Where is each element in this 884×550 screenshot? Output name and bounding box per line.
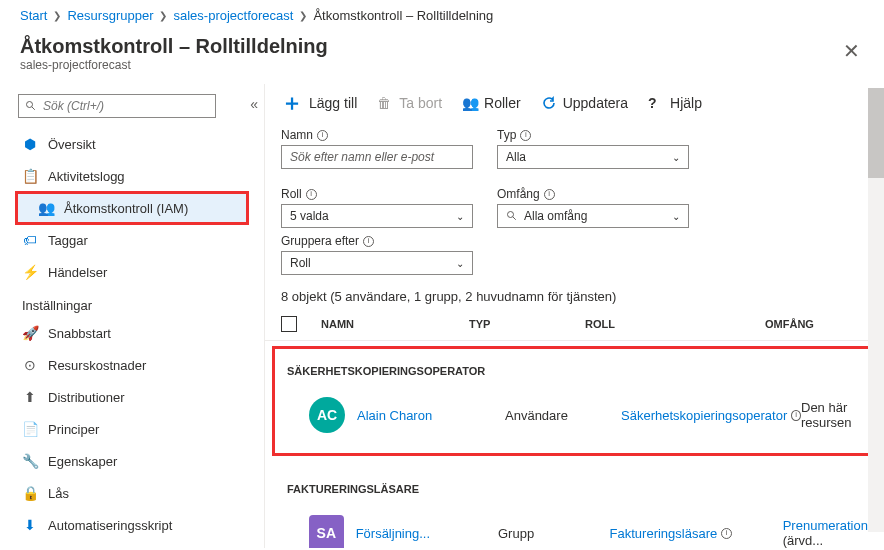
chevron-right-icon: ❯ — [299, 10, 307, 21]
sidebar-item-label: Översikt — [48, 137, 96, 152]
refresh-button[interactable]: Uppdatera — [541, 95, 628, 111]
trash-icon: 🗑 — [377, 95, 393, 111]
avatar: SA — [309, 515, 344, 548]
sidebar-item-label: Snabbstart — [48, 326, 111, 341]
breadcrumb-link[interactable]: Resursgrupper — [67, 8, 153, 23]
group-backup-operator: SÄKERHETSKOPIERINGSOPERATOR AC Alain Cha… — [275, 349, 874, 453]
info-icon[interactable]: i — [306, 189, 317, 200]
sidebar-item-label: Egenskaper — [48, 454, 117, 469]
money-icon: ⊙ — [22, 357, 38, 373]
info-icon[interactable]: i — [317, 130, 328, 141]
role-link[interactable]: Faktureringsläsarei — [610, 526, 783, 541]
deploy-icon: ⬆ — [22, 389, 38, 405]
svg-point-0 — [27, 102, 33, 108]
page-header: Åtkomstkontroll – Rolltilldelning sales-… — [0, 31, 884, 84]
table-row[interactable]: AC Alain Charon Användare Säkerhetskopie… — [281, 391, 868, 439]
info-icon[interactable]: i — [721, 528, 732, 539]
breadcrumb-link[interactable]: Start — [20, 8, 47, 23]
sidebar-section-settings: Inställningar — [0, 288, 264, 317]
chevron-down-icon: ⌄ — [672, 152, 680, 163]
svg-line-1 — [32, 107, 35, 110]
sidebar-item-quickstart[interactable]: 🚀 Snabbstart — [0, 317, 264, 349]
groupby-value: Roll — [290, 256, 311, 270]
table-header: NAMN TYP ROLL OMFÅNG — [265, 308, 884, 341]
flash-icon: ⚡ — [22, 264, 38, 280]
info-icon[interactable]: i — [363, 236, 374, 247]
rocket-icon: 🚀 — [22, 325, 38, 341]
user-name-link[interactable]: Alain Charon — [357, 408, 432, 423]
groupby-select[interactable]: Roll ⌄ — [281, 251, 473, 275]
refresh-icon — [541, 95, 557, 111]
type-filter-select[interactable]: Alla ⌄ — [497, 145, 689, 169]
chevron-right-icon: ❯ — [159, 10, 167, 21]
role-link[interactable]: Säkerhetskopieringsoperatori — [621, 408, 801, 423]
summary-text: 8 objekt (5 användare, 1 grupp, 2 huvudn… — [265, 275, 884, 308]
breadcrumb-current: Åtkomstkontroll – Rolltilldelning — [313, 8, 493, 23]
sidebar-item-iam[interactable]: 👥 Åtkomstkontroll (IAM) — [16, 192, 248, 224]
sidebar-item-costs[interactable]: ⊙ Resurskostnader — [0, 349, 264, 381]
sidebar-item-label: Principer — [48, 422, 99, 437]
sidebar-item-label: Aktivitetslogg — [48, 169, 125, 184]
chevron-down-icon: ⌄ — [672, 211, 680, 222]
sidebar-item-label: Resurskostnader — [48, 358, 146, 373]
info-icon[interactable]: i — [791, 410, 801, 421]
sidebar-item-policies[interactable]: 📄 Principer — [0, 413, 264, 445]
scope-filter-value: Alla omfång — [524, 209, 587, 223]
table-row[interactable]: SA Försäljning... Grupp Faktureringsläsa… — [281, 509, 868, 548]
name-filter-input[interactable] — [281, 145, 473, 169]
sidebar-item-overview[interactable]: ⬢ Översikt — [0, 128, 264, 160]
scope-text: Den här resursen — [801, 400, 852, 430]
svg-line-3 — [513, 217, 516, 220]
col-header-type[interactable]: TYP — [469, 318, 585, 330]
col-header-name[interactable]: NAMN — [321, 318, 469, 330]
sidebar-item-automation[interactable]: ⬇ Automatiseringsskript — [0, 509, 264, 541]
help-icon: ? — [648, 95, 664, 111]
help-button[interactable]: ? Hjälp — [648, 95, 702, 111]
sidebar-item-activitylog[interactable]: 📋 Aktivitetslogg — [0, 160, 264, 192]
toolbar: ＋ Lägg till 🗑 Ta bort 👥 Roller Uppdatera… — [265, 92, 884, 128]
policy-icon: 📄 — [22, 421, 38, 437]
sidebar-item-tags[interactable]: 🏷 Taggar — [0, 224, 264, 256]
info-icon[interactable]: i — [544, 189, 555, 200]
breadcrumb-link[interactable]: sales-projectforecast — [173, 8, 293, 23]
sidebar-item-events[interactable]: ⚡ Händelser — [0, 256, 264, 288]
sidebar-item-deployments[interactable]: ⬆ Distributioner — [0, 381, 264, 413]
props-icon: 🔧 — [22, 453, 38, 469]
col-header-scope[interactable]: OMFÅNG — [765, 318, 868, 330]
roles-button[interactable]: 👥 Roller — [462, 95, 521, 111]
tag-icon: 🏷 — [22, 232, 38, 248]
sidebar-search-input[interactable] — [43, 99, 209, 113]
sidebar: « ⬢ Översikt 📋 Aktivitetslogg 👥 Åtkomstk… — [0, 84, 265, 548]
select-all-checkbox[interactable] — [281, 316, 297, 332]
sidebar-item-label: Händelser — [48, 265, 107, 280]
breadcrumb: Start ❯ Resursgrupper ❯ sales-projectfor… — [0, 0, 884, 31]
scope-filter-select[interactable]: Alla omfång ⌄ — [497, 204, 689, 228]
col-header-role[interactable]: ROLL — [585, 318, 765, 330]
scope-link[interactable]: Prenumeration — [783, 518, 868, 533]
add-button[interactable]: ＋ Lägg till — [281, 92, 357, 114]
script-icon: ⬇ — [22, 517, 38, 533]
sidebar-search[interactable] — [18, 94, 216, 118]
close-button[interactable]: ✕ — [839, 35, 864, 67]
collapse-sidebar-icon[interactable]: « — [250, 96, 258, 112]
user-type: Grupp — [498, 526, 610, 541]
roles-icon: 👥 — [462, 95, 478, 111]
page-subtitle: sales-projectforecast — [20, 58, 328, 72]
lock-icon: 🔒 — [22, 485, 38, 501]
sidebar-item-label: Distributioner — [48, 390, 125, 405]
scrollbar-vertical[interactable] — [868, 88, 884, 532]
chevron-right-icon: ❯ — [53, 10, 61, 21]
avatar: AC — [309, 397, 345, 433]
group-name-link[interactable]: Försäljning... — [356, 526, 430, 541]
sidebar-item-properties[interactable]: 🔧 Egenskaper — [0, 445, 264, 477]
info-icon[interactable]: i — [520, 130, 531, 141]
group-title: SÄKERHETSKOPIERINGSOPERATOR — [281, 359, 868, 391]
delete-button[interactable]: 🗑 Ta bort — [377, 95, 442, 111]
type-filter-value: Alla — [506, 150, 526, 164]
scope-filter-label: Omfång — [497, 187, 540, 201]
delete-label: Ta bort — [399, 95, 442, 111]
scope-suffix: (ärvd... — [783, 533, 823, 548]
sidebar-item-locks[interactable]: 🔒 Lås — [0, 477, 264, 509]
role-filter-select[interactable]: 5 valda ⌄ — [281, 204, 473, 228]
plus-icon: ＋ — [281, 92, 303, 114]
